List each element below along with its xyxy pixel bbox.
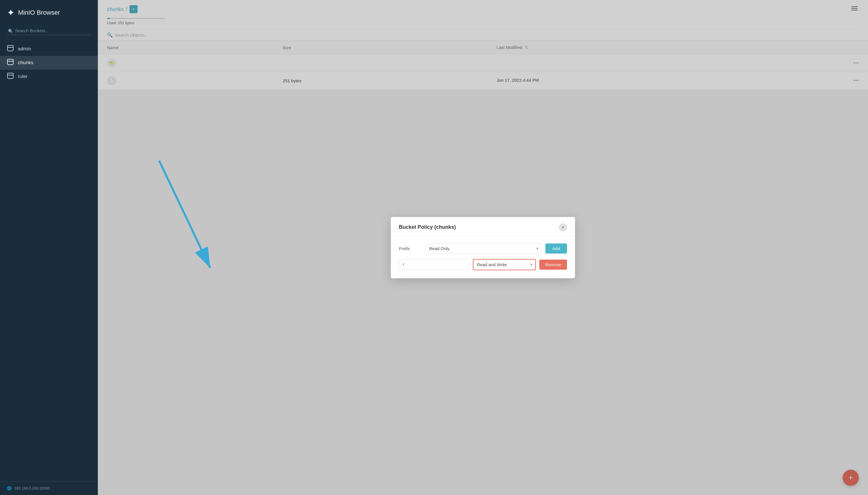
search-icon: 🔍 [8,29,14,34]
minio-logo-icon: ✦ [7,8,15,17]
policy-type-select-wrap: None Read Only Write Only Read and Write… [425,243,542,254]
bucket-list: admin chunks ruler [0,40,98,481]
sidebar-footer: 🌐 192.168.0.106:32000 [0,481,98,495]
svg-line-1 [159,160,210,268]
prefix-value-input[interactable] [399,259,470,270]
app-title: MinIO Browser [18,9,60,16]
sidebar-item-admin[interactable]: admin [0,42,98,56]
policy-value-select-wrap: None Read Only Write Only Read and Write… [473,259,536,270]
close-icon: × [562,225,564,230]
sidebar-item-label-chunks: chunks [18,60,33,66]
globe-icon: 🌐 [7,486,12,490]
sidebar-item-label-ruler: ruler [18,74,28,80]
add-policy-button[interactable]: Add [545,243,567,254]
main-content: chunks / + Used: 251 bytes 🔍 Name Size [98,0,868,495]
bucket-search-input[interactable] [7,27,91,35]
sidebar-item-chunks[interactable]: chunks [0,56,98,70]
modal-close-button[interactable]: × [559,223,567,232]
server-address: 192.168.0.106:32000 [14,486,50,490]
sidebar: ✦ MinIO Browser 🔍 admin chunks ruler 🌐 1… [0,0,98,495]
policy-entry-row: None Read Only Write Only Read and Write… [399,259,567,270]
modal-header: Bucket Policy (chunks) × [391,217,575,236]
sidebar-item-label-admin: admin [18,46,31,52]
bucket-icon-chunks [7,60,14,65]
bucket-icon-ruler [7,74,14,79]
modal-overlay[interactable]: Bucket Policy (chunks) × Prefix None Rea… [98,0,868,495]
prefix-label: Prefix [399,246,422,251]
policy-value-select[interactable]: None Read Only Write Only Read and Write [473,259,536,270]
sidebar-item-ruler[interactable]: ruler [0,70,98,83]
remove-policy-button[interactable]: Remove [539,260,567,270]
sidebar-header: ✦ MinIO Browser [0,0,98,24]
bucket-search-wrap: 🔍 [0,24,98,40]
policy-type-select[interactable]: None Read Only Write Only Read and Write [425,243,542,254]
modal-title: Bucket Policy (chunks) [399,224,456,230]
modal-body: Prefix None Read Only Write Only Read an… [391,236,575,278]
policy-add-row: Prefix None Read Only Write Only Read an… [399,243,567,254]
bucket-policy-modal: Bucket Policy (chunks) × Prefix None Rea… [391,217,575,278]
bucket-icon-admin [7,46,14,52]
